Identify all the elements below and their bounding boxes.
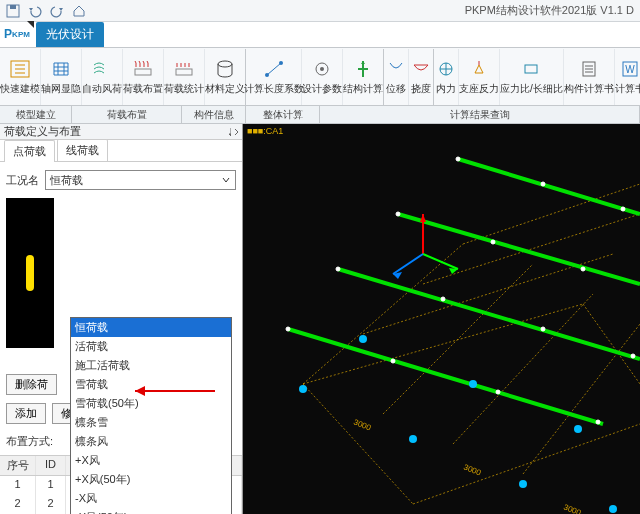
svg-text:3000: 3000 bbox=[352, 418, 372, 433]
svg-point-26 bbox=[336, 267, 340, 271]
group-model: 模型建立 bbox=[0, 106, 72, 123]
case-label: 工况名 bbox=[6, 173, 39, 188]
svg-point-5 bbox=[218, 61, 232, 67]
ribbon-load-layout[interactable]: 荷载布置 bbox=[123, 49, 164, 105]
svg-point-29 bbox=[631, 354, 635, 358]
svg-point-25 bbox=[581, 267, 585, 271]
dropdown-item[interactable]: -X风(50年) bbox=[71, 508, 231, 514]
delete-load-button[interactable]: 删除荷 bbox=[6, 374, 57, 395]
svg-point-23 bbox=[396, 212, 400, 216]
dropdown-item[interactable]: 檩条雪 bbox=[71, 413, 231, 432]
dropdown-item[interactable]: 檩条风 bbox=[71, 432, 231, 451]
ribbon-displacement[interactable]: 位移 bbox=[384, 49, 409, 105]
dropdown-item[interactable]: 雪荷载 bbox=[71, 375, 231, 394]
svg-point-22 bbox=[621, 207, 625, 211]
svg-point-28 bbox=[541, 327, 545, 331]
model-canvas: 3000 3000 3000 bbox=[243, 124, 640, 514]
subtab-point-load[interactable]: 点荷载 bbox=[4, 140, 55, 162]
chevron-down-icon bbox=[219, 173, 233, 187]
svg-point-6 bbox=[265, 73, 269, 77]
svg-point-7 bbox=[279, 61, 283, 65]
svg-rect-3 bbox=[135, 69, 151, 75]
svg-point-24 bbox=[491, 240, 495, 244]
svg-point-31 bbox=[391, 359, 395, 363]
case-dropdown[interactable]: 恒荷载 活荷载 施工活荷载 雪荷载 雪荷载(50年) 檩条雪 檩条风 +X风 +… bbox=[70, 317, 232, 514]
svg-point-38 bbox=[409, 435, 417, 443]
ribbon-quick-model[interactable]: 快速建模 bbox=[0, 49, 41, 105]
svg-rect-4 bbox=[176, 69, 192, 75]
ribbon-material[interactable]: 材料定义 bbox=[205, 49, 246, 105]
svg-line-16 bbox=[458, 159, 640, 214]
svg-point-33 bbox=[596, 420, 600, 424]
layout-label: 布置方式: bbox=[6, 434, 53, 449]
dropdown-item[interactable]: 恒荷载 bbox=[71, 318, 231, 337]
ribbon-stress-ratio[interactable]: 应力比/长细比 bbox=[500, 49, 564, 105]
ribbon-load-stats[interactable]: 荷载统计 bbox=[164, 49, 205, 105]
svg-point-40 bbox=[609, 505, 617, 513]
svg-point-37 bbox=[299, 385, 307, 393]
svg-line-35 bbox=[423, 254, 458, 269]
load-preview bbox=[6, 198, 54, 348]
ribbon-reaction[interactable]: 支座反力 bbox=[459, 49, 500, 105]
svg-point-32 bbox=[496, 390, 500, 394]
group-member-info: 构件信息 bbox=[182, 106, 246, 123]
ribbon-design-params[interactable]: 设计参数 bbox=[302, 49, 343, 105]
dropdown-item[interactable]: 活荷载 bbox=[71, 337, 231, 356]
dropdown-item[interactable]: -X风 bbox=[71, 489, 231, 508]
dropdown-item[interactable]: 雪荷载(50年) bbox=[71, 394, 231, 413]
ribbon-grid-toggle[interactable]: 轴网显隐 bbox=[41, 49, 82, 105]
svg-point-20 bbox=[456, 157, 460, 161]
ribbon-calc-length[interactable]: 计算长度系数 bbox=[246, 49, 302, 105]
redo-icon[interactable] bbox=[50, 4, 64, 18]
ribbon-auto-wind[interactable]: 自动风荷 bbox=[82, 49, 123, 105]
case-select[interactable]: 恒荷载 bbox=[45, 170, 236, 190]
quick-access-toolbar: PKPM结构设计软件2021版 V1.1 D bbox=[0, 0, 640, 22]
group-load: 荷载布置 bbox=[72, 106, 182, 123]
dropdown-item[interactable]: 施工活荷载 bbox=[71, 356, 231, 375]
svg-line-17 bbox=[398, 214, 640, 284]
svg-text:3000: 3000 bbox=[562, 503, 582, 514]
load-panel: 荷载定义与布置 点荷载 线荷载 工况名 恒荷载 删除荷 添加 修改 删除 ✓高 bbox=[0, 124, 243, 514]
svg-point-39 bbox=[519, 480, 527, 488]
model-viewport[interactable]: ■■■:CA1 bbox=[243, 124, 640, 514]
add-button[interactable]: 添加 bbox=[6, 403, 46, 424]
app-logo: PKPM bbox=[0, 21, 34, 47]
ribbon-member-report[interactable]: 构件计算书 bbox=[564, 49, 615, 105]
ribbon-struct-calc[interactable]: 结构计算 bbox=[343, 49, 384, 105]
ribbon-groups: 模型建立 荷载布置 构件信息 整体计算 计算结果查询 bbox=[0, 106, 640, 124]
svg-point-27 bbox=[441, 297, 445, 301]
dropdown-item[interactable]: +X风 bbox=[71, 451, 231, 470]
svg-line-36 bbox=[393, 254, 423, 274]
group-results: 计算结果查询 bbox=[320, 106, 640, 123]
ribbon-report-word[interactable]: W计算书 bbox=[615, 49, 640, 105]
save-icon[interactable] bbox=[6, 4, 20, 18]
svg-point-21 bbox=[541, 182, 545, 186]
panel-title: 荷载定义与布置 bbox=[4, 124, 81, 139]
svg-line-18 bbox=[338, 269, 640, 359]
subtab-line-load[interactable]: 线荷载 bbox=[57, 139, 108, 161]
ribbon-deflection[interactable]: 挠度 bbox=[409, 49, 434, 105]
tab-photovoltaic[interactable]: 光伏设计 bbox=[36, 22, 104, 47]
dropdown-item[interactable]: +X风(50年) bbox=[71, 470, 231, 489]
svg-rect-11 bbox=[525, 65, 537, 73]
col-id: ID bbox=[36, 456, 66, 475]
svg-text:3000: 3000 bbox=[462, 463, 482, 478]
group-global-calc: 整体计算 bbox=[246, 106, 320, 123]
svg-text:W: W bbox=[625, 64, 635, 75]
window-title: PKPM结构设计软件2021版 V1.1 D bbox=[465, 3, 634, 18]
svg-rect-1 bbox=[10, 5, 16, 9]
svg-point-42 bbox=[469, 380, 477, 388]
svg-point-41 bbox=[359, 335, 367, 343]
ribbon-internal-force[interactable]: 内力 bbox=[434, 49, 459, 105]
tab-strip: PKPM 光伏设计 bbox=[0, 22, 640, 48]
svg-point-30 bbox=[286, 327, 290, 331]
svg-point-9 bbox=[320, 67, 324, 71]
home-icon[interactable] bbox=[72, 4, 86, 18]
ribbon: 快速建模 轴网显隐 自动风荷 荷载布置 荷载统计 材料定义 计算长度系数 设计参… bbox=[0, 48, 640, 106]
undo-icon[interactable] bbox=[28, 4, 42, 18]
panel-controls[interactable] bbox=[226, 127, 238, 137]
svg-point-43 bbox=[574, 425, 582, 433]
col-index: 序号 bbox=[0, 456, 36, 475]
